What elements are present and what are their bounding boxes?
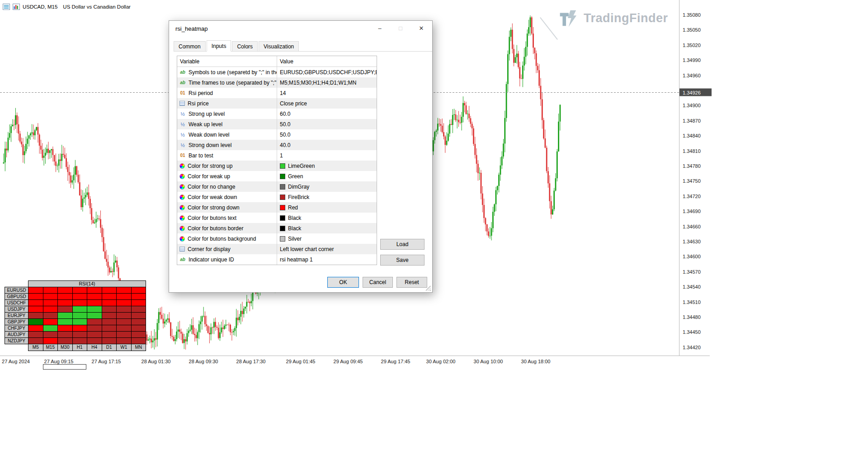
heatmap-symbol-NZDJPY[interactable]: NZDJPY [5, 337, 28, 344]
variable-cell[interactable]: abIndicator unique ID [177, 254, 277, 265]
maximize-button: □ [390, 21, 411, 35]
value-cell[interactable]: LimeGreen [277, 161, 377, 171]
heatmap-cell [28, 299, 43, 306]
value-cell[interactable]: 1 [277, 150, 377, 161]
heatmap-timeframe-H4[interactable]: H4 [87, 344, 102, 351]
heatmap-cell [28, 318, 43, 325]
value-cell[interactable]: Black [277, 213, 377, 223]
variable-cell[interactable]: 01Bar to test [177, 150, 277, 161]
price-label: 1.34750 [683, 178, 701, 184]
cancel-button[interactable]: Cancel [363, 277, 393, 288]
variable-label: Color for weak down [188, 194, 237, 200]
variable-cell[interactable]: Rsi price [177, 98, 277, 109]
variable-cell[interactable]: abSymbols to use (separetd by ";" in the… [177, 67, 277, 77]
heatmap-cell [87, 287, 102, 294]
value-cell[interactable]: Black [277, 223, 377, 233]
value-cell[interactable]: DimGray [277, 181, 377, 192]
variable-cell[interactable]: ½Strong down level [177, 140, 277, 150]
variable-label: Color for strong down [188, 204, 240, 211]
heatmap-cell [28, 287, 43, 294]
input-row: ½Strong up level60.0 [177, 109, 377, 119]
variable-cell[interactable]: Color for weak up [177, 171, 277, 181]
heatmap-cell [116, 337, 132, 344]
time-scale[interactable]: 27 Aug 202427 Aug 09:1527 Aug 17:1528 Au… [0, 356, 710, 368]
heatmap-cell [131, 331, 146, 338]
variable-cell[interactable]: abTime frames to use (separated by ";" i… [177, 77, 277, 88]
heatmap-timeframe-M15[interactable]: M15 [43, 344, 58, 351]
variable-label: Color for butons background [188, 236, 256, 242]
tab-common[interactable]: Common [174, 41, 206, 52]
double-input-icon: ½ [179, 111, 186, 117]
heatmap-timeframe-H1[interactable]: H1 [72, 344, 88, 351]
heatmap-timeframe-MN[interactable]: MN [131, 344, 146, 351]
close-button[interactable]: ✕ [411, 21, 432, 35]
heatmap-timeframe-D1[interactable]: D1 [102, 344, 117, 351]
value-text: Left lower chart corner [280, 246, 334, 252]
minimize-button[interactable]: – [369, 21, 390, 35]
load-button[interactable]: Load [380, 239, 425, 250]
window-menu-icon[interactable] [3, 4, 10, 10]
variable-cell[interactable]: Color for butons text [177, 213, 277, 223]
value-cell[interactable]: 60.0 [277, 109, 377, 119]
tab-visualization[interactable]: Visualization [259, 41, 299, 52]
value-cell[interactable]: Red [277, 202, 377, 213]
variable-cell[interactable]: Color for butons background [177, 233, 277, 244]
variable-cell[interactable]: 01Rsi period [177, 88, 277, 98]
heatmap-symbol-CHFJPY[interactable]: CHFJPY [5, 325, 28, 332]
value-cell[interactable]: M5;M15;M30;H1;H4;D1;W1;MN [277, 77, 377, 88]
price-label: 1.34510 [683, 299, 701, 305]
column-header-variable[interactable]: Variable [177, 56, 277, 66]
partial-panel-edge [43, 364, 86, 370]
heatmap-cell [57, 318, 73, 325]
heatmap-timeframe-W1[interactable]: W1 [116, 344, 132, 351]
variable-cell[interactable]: ½Weak up level [177, 119, 277, 129]
value-cell[interactable]: 40.0 [277, 140, 377, 150]
value-cell[interactable]: 50.0 [277, 119, 377, 129]
variable-cell[interactable]: Color for strong up [177, 161, 277, 171]
variable-cell[interactable]: Color for weak down [177, 192, 277, 202]
heatmap-cell [131, 287, 146, 294]
tab-colors[interactable]: Colors [232, 41, 258, 52]
heatmap-timeframe-M30[interactable]: M30 [57, 344, 73, 351]
value-text: rsi heatmap 1 [280, 256, 313, 263]
heatmap-symbol-EURJPY[interactable]: EURJPY [5, 312, 28, 319]
heatmap-symbol-GBPUSD[interactable]: GBPUSD [5, 293, 28, 300]
variable-cell[interactable]: ½Weak down level [177, 129, 277, 140]
heatmap-symbol-GBPJPY[interactable]: GBPJPY [5, 318, 28, 325]
resize-grip[interactable] [426, 286, 431, 291]
column-header-value[interactable]: Value [277, 56, 377, 66]
value-cell[interactable]: Close price [277, 98, 377, 109]
value-cell[interactable]: FireBrick [277, 192, 377, 202]
heatmap-cell [43, 306, 58, 313]
variable-cell[interactable]: Color for no change [177, 181, 277, 192]
current-price-tag: 1.34926 [679, 89, 712, 96]
ok-button[interactable]: OK [327, 277, 359, 288]
variable-label: Color for weak up [188, 173, 230, 180]
variable-cell[interactable]: Corner for display [177, 244, 277, 254]
value-cell[interactable]: Silver [277, 233, 377, 244]
value-cell[interactable]: Left lower chart corner [277, 244, 377, 254]
price-label: 1.34450 [683, 329, 701, 335]
save-button[interactable]: Save [380, 255, 425, 266]
value-cell[interactable]: 50.0 [277, 129, 377, 140]
price-scale[interactable]: 1.350801.350501.350201.349901.349601.349… [679, 0, 720, 356]
heatmap-symbol-AUDJPY[interactable]: AUDJPY [5, 331, 28, 338]
tab-inputs[interactable]: Inputs [207, 40, 231, 52]
value-cell[interactable]: rsi heatmap 1 [277, 254, 377, 265]
value-cell[interactable]: Green [277, 171, 377, 181]
color-swatch [280, 226, 285, 231]
heatmap-timeframe-M5[interactable]: M5 [28, 344, 43, 351]
variable-cell[interactable]: Color for strong down [177, 202, 277, 213]
variable-cell[interactable]: ½Strong up level [177, 109, 277, 119]
value-cell[interactable]: 14 [277, 88, 377, 98]
variable-cell[interactable]: Color for butons border [177, 223, 277, 233]
heatmap-symbol-EURUSD[interactable]: EURUSD [5, 287, 28, 294]
heatmap-symbol-USDJPY[interactable]: USDJPY [5, 306, 28, 313]
value-cell[interactable]: EURUSD;GBPUSD;USDCHF;USDJPY;EURJPY... [277, 67, 377, 77]
heatmap-symbol-USDCHF[interactable]: USDCHF [5, 299, 28, 306]
chart-symbol-label: USDCAD, M15 US Dollar vs Canadian Dollar [3, 4, 131, 10]
heatmap-cell [57, 325, 73, 332]
value-text: DimGray [288, 184, 309, 190]
chart-bars-icon[interactable] [13, 4, 20, 10]
reset-button[interactable]: Reset [396, 277, 427, 288]
